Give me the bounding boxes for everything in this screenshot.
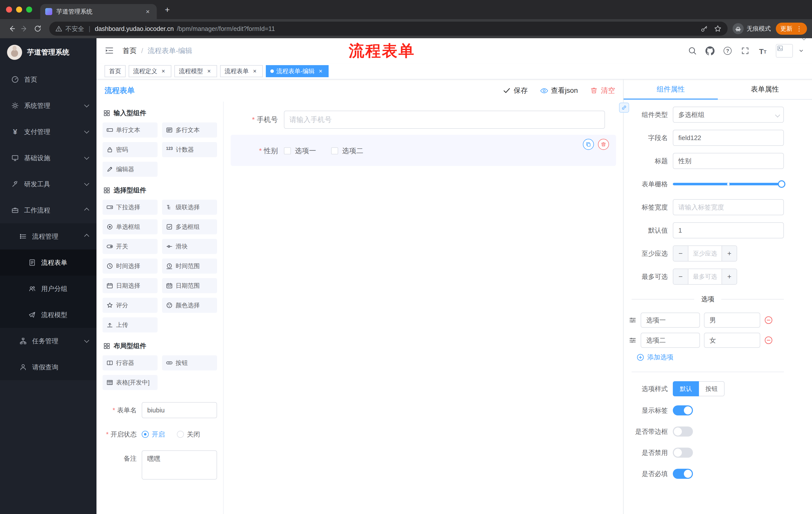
tag-process-model[interactable]: 流程模型 ×	[174, 65, 217, 77]
tag-process-form[interactable]: 流程表单 ×	[220, 65, 263, 77]
sidebar-fold-icon[interactable]	[105, 46, 115, 56]
breadcrumb-home[interactable]: 首页	[123, 46, 137, 56]
app-logo[interactable]: 芋道管理系统	[0, 38, 96, 66]
grid-slider[interactable]	[673, 176, 784, 192]
required-switch[interactable]	[673, 469, 693, 479]
increase-button[interactable]: +	[722, 246, 736, 261]
remove-option-button[interactable]	[764, 336, 773, 345]
sidebar-item-home[interactable]: 首页	[0, 66, 96, 92]
palette-item-multi-line-text[interactable]: 多行文本	[162, 123, 217, 138]
remove-option-button[interactable]	[764, 316, 773, 324]
palette-item-date-range[interactable]: 日期范围	[162, 278, 217, 293]
delete-component-button[interactable]	[598, 139, 609, 150]
forward-button[interactable]	[18, 22, 31, 35]
option1-value-input[interactable]	[704, 313, 760, 328]
close-icon[interactable]: ×	[251, 67, 258, 75]
window-close-button[interactable]	[6, 6, 12, 12]
title-input[interactable]	[673, 153, 784, 169]
address-bar[interactable]: 不安全 | dashboard.yudao.iocoder.cn /bpm/ma…	[49, 22, 728, 36]
window-minimize-button[interactable]	[16, 6, 22, 12]
form-name-input[interactable]	[142, 402, 217, 418]
decrease-button[interactable]: −	[673, 269, 688, 284]
palette-item-editor[interactable]: 编辑器	[103, 162, 157, 177]
browser-menu-icon[interactable]: ⋮	[796, 25, 803, 32]
palette-item-switch[interactable]: 开关	[103, 239, 157, 254]
palette-item-radio-group[interactable]: 单选框组	[103, 219, 157, 234]
palette-item-upload[interactable]: 上传	[103, 317, 157, 332]
palette-item-date-picker[interactable]: 日期选择	[103, 278, 157, 293]
palette-item-select[interactable]: 下拉选择	[103, 200, 157, 215]
palette-item-button[interactable]: 按钮	[162, 355, 217, 371]
sidebar-item-payment[interactable]: ¥ 支付管理	[0, 119, 96, 145]
border-switch[interactable]	[673, 427, 693, 437]
browser-tab[interactable]: 芋道管理系统 ×	[40, 4, 157, 19]
label-width-input[interactable]	[673, 199, 784, 215]
close-icon[interactable]: ×	[160, 67, 167, 75]
status-radio-on[interactable]: 开启	[142, 430, 165, 439]
tag-process-form-edit[interactable]: 流程表单-编辑 ×	[266, 65, 329, 77]
password-key-icon[interactable]	[700, 25, 708, 32]
decrease-button[interactable]: −	[673, 246, 688, 261]
phone-input[interactable]	[284, 111, 605, 129]
drag-handle-icon[interactable]	[629, 336, 637, 344]
close-icon[interactable]: ×	[317, 67, 324, 75]
chevron-down-icon[interactable]	[801, 36, 807, 42]
palette-item-password[interactable]: 密码	[103, 142, 157, 157]
sidebar-item-system[interactable]: 系统管理	[0, 92, 96, 119]
sidebar-item-user-group[interactable]: 用户分组	[0, 276, 96, 302]
tag-process-definition[interactable]: 流程定义 ×	[128, 65, 171, 77]
new-tab-button[interactable]: +	[161, 3, 174, 16]
option2-value-input[interactable]	[704, 333, 760, 348]
gender-checkbox-option2[interactable]: 选项二	[331, 146, 363, 156]
palette-item-table[interactable]: 表格[开发中]	[103, 375, 157, 390]
palette-item-color-picker[interactable]: 颜色选择	[162, 298, 217, 313]
sidebar-item-task-management[interactable]: 任务管理	[0, 328, 96, 354]
palette-item-rate[interactable]: 评分	[103, 298, 157, 313]
tab-component-props[interactable]: 组件属性	[624, 79, 718, 99]
palette-item-slider[interactable]: 滑块	[162, 239, 217, 254]
github-icon[interactable]	[705, 46, 715, 55]
bookmark-star-icon[interactable]	[714, 25, 722, 32]
back-button[interactable]	[5, 22, 18, 35]
add-option-button[interactable]: 添加选项	[637, 353, 784, 361]
save-button[interactable]: 保存	[503, 86, 528, 95]
option1-label-input[interactable]	[641, 313, 700, 328]
palette-item-cascader[interactable]: 级联选择	[162, 200, 217, 215]
sidebar-item-workflow[interactable]: 工作流程	[0, 197, 96, 223]
sidebar-item-infrastructure[interactable]: 基础设施	[0, 145, 96, 171]
disabled-switch[interactable]	[673, 448, 693, 458]
canvas-item-phone[interactable]: 手机号	[231, 107, 616, 133]
gender-checkbox-option1[interactable]: 选项一	[284, 146, 316, 156]
sidebar-item-process-management[interactable]: 流程管理	[0, 223, 96, 249]
min-select-placeholder[interactable]: 至少应选	[688, 246, 722, 261]
component-type-select[interactable]	[673, 107, 784, 123]
palette-item-counter[interactable]: 123 计数器	[162, 142, 217, 157]
drag-handle-icon[interactable]	[629, 316, 637, 324]
form-canvas[interactable]: 手机号	[224, 102, 623, 514]
show-label-switch[interactable]	[673, 405, 693, 415]
clear-button[interactable]: 清空	[590, 86, 615, 95]
palette-item-single-line-text[interactable]: 单行文本	[103, 123, 157, 138]
style-default-button[interactable]: 默认	[673, 381, 699, 396]
palette-item-checkbox-group[interactable]: 多选框组	[162, 219, 217, 234]
help-icon[interactable]: ?	[723, 46, 732, 55]
sidebar-item-process-model[interactable]: 流程模型	[0, 302, 96, 328]
max-select-placeholder[interactable]: 最多可选	[688, 269, 722, 284]
close-icon[interactable]: ×	[205, 67, 212, 75]
user-avatar[interactable]	[776, 44, 793, 58]
status-radio-off[interactable]: 关闭	[177, 430, 200, 439]
fullscreen-icon[interactable]	[741, 46, 750, 55]
field-name-input[interactable]	[673, 130, 784, 146]
sidebar-item-leave-query[interactable]: 请假查询	[0, 354, 96, 380]
palette-item-time-range[interactable]: 时间范围	[162, 259, 217, 274]
view-json-button[interactable]: 查看json	[540, 86, 578, 95]
window-zoom-button[interactable]	[26, 6, 32, 12]
slider-handle[interactable]	[778, 180, 785, 188]
avatar-caret-icon[interactable]	[799, 48, 804, 54]
palette-item-row-container[interactable]: 行容器	[103, 355, 157, 371]
doc-link-button[interactable]	[619, 103, 629, 113]
option2-label-input[interactable]	[641, 333, 700, 348]
browser-update-button[interactable]: 更新 ⋮	[776, 23, 807, 35]
increase-button[interactable]: +	[722, 269, 736, 284]
tab-form-props[interactable]: 表单属性	[718, 79, 812, 99]
